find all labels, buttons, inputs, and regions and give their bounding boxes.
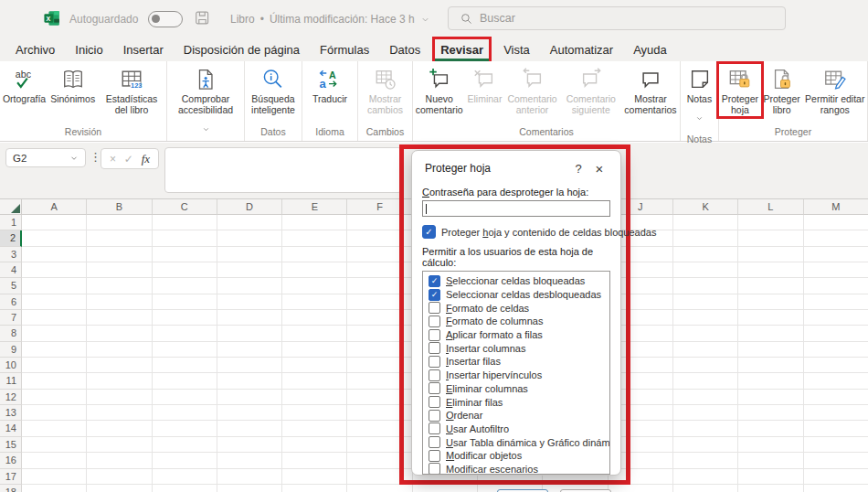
cell-l2[interactable] (738, 230, 803, 246)
formula-input[interactable] (164, 147, 402, 193)
checkbox-icon[interactable]: ✓ (429, 289, 440, 301)
cell-a8[interactable] (22, 326, 87, 341)
checkbox-icon[interactable] (429, 316, 440, 327)
cell-e12[interactable] (282, 390, 347, 405)
column-header-l[interactable]: L (738, 199, 803, 215)
cell-c2[interactable] (153, 230, 217, 246)
checkbox-icon[interactable]: ✓ (422, 225, 436, 239)
cell-c7[interactable] (153, 310, 217, 326)
permission-item-eliminar-filas[interactable]: Eliminar filas (423, 395, 609, 409)
cell-e17[interactable] (282, 469, 347, 485)
cell-f10[interactable] (347, 358, 412, 373)
cell-a11[interactable] (22, 373, 87, 389)
row-header-3[interactable]: 3 (0, 247, 22, 262)
cell-f4[interactable] (347, 262, 412, 278)
permission-item-aplicar-formato-a-filas[interactable]: Aplicar formato a filas (423, 328, 609, 342)
cell-e5[interactable] (282, 278, 347, 294)
cell-l14[interactable] (738, 421, 803, 436)
permission-item-insertar-filas[interactable]: Insertar filas (423, 355, 609, 369)
cell-c14[interactable] (153, 421, 217, 436)
proteger-libro-button[interactable]: Proteger libro (761, 64, 803, 116)
cell-a15[interactable] (22, 437, 87, 453)
row-header-5[interactable]: 5 (0, 278, 22, 294)
cell-c15[interactable] (153, 437, 217, 453)
checkbox-icon[interactable] (429, 302, 440, 314)
cell-l4[interactable] (738, 262, 803, 278)
tab-inicio[interactable]: Inicio (69, 39, 108, 61)
cell-b14[interactable] (87, 421, 152, 436)
cell-l7[interactable] (738, 310, 803, 326)
column-header-c[interactable]: C (153, 199, 217, 215)
cell-e13[interactable] (282, 405, 347, 421)
permissions-list[interactable]: ✓Seleccionar celdas bloqueadas✓Seleccion… (422, 271, 610, 475)
protect-contents-checkbox[interactable]: ✓Proteger hoja y contenido de celdas blo… (422, 225, 610, 239)
cell-d2[interactable] (217, 230, 282, 246)
cell-c6[interactable] (153, 294, 217, 310)
checkbox-icon[interactable] (429, 382, 440, 394)
row-header-10[interactable]: 10 (0, 358, 22, 373)
cell-e16[interactable] (282, 453, 347, 468)
save-icon[interactable] (194, 9, 211, 27)
accept-icon[interactable]: ✓ (124, 153, 133, 166)
cell-c5[interactable] (153, 278, 217, 294)
cell-f7[interactable] (347, 310, 412, 326)
column-header-a[interactable]: A (22, 199, 87, 215)
cell-j18[interactable] (609, 485, 673, 492)
checkbox-icon[interactable] (429, 410, 440, 422)
cell-m8[interactable] (804, 326, 868, 341)
cell-d4[interactable] (217, 262, 282, 278)
cell-l3[interactable] (738, 247, 803, 262)
permission-item-seleccionar-celdas-desbloqueadas[interactable]: ✓Seleccionar celdas desbloqueadas (423, 288, 609, 302)
column-header-e[interactable]: E (282, 199, 347, 215)
permission-item-formato-de-columnas[interactable]: Formato de columnas (423, 315, 609, 328)
cell-b4[interactable] (87, 262, 152, 278)
cell-b5[interactable] (87, 278, 152, 294)
cell-e15[interactable] (282, 437, 347, 453)
column-header-k[interactable]: K (673, 199, 738, 215)
cell-f15[interactable] (347, 437, 412, 453)
row-header-9[interactable]: 9 (0, 342, 22, 358)
cell-d1[interactable] (217, 215, 282, 230)
cell-b13[interactable] (87, 405, 152, 421)
cell-f18[interactable] (347, 485, 412, 492)
cell-d17[interactable] (217, 469, 282, 485)
cell-a18[interactable] (22, 485, 87, 492)
checkbox-icon[interactable] (429, 422, 440, 434)
cell-m10[interactable] (804, 358, 868, 373)
cell-c4[interactable] (153, 262, 217, 278)
cell-l5[interactable] (738, 278, 803, 294)
cell-m4[interactable] (804, 262, 868, 278)
column-header-m[interactable]: M (804, 199, 868, 215)
row-header-7[interactable]: 7 (0, 310, 22, 326)
cell-b9[interactable] (87, 342, 152, 358)
cell-k3[interactable] (673, 247, 738, 262)
checkbox-icon[interactable] (429, 369, 440, 381)
tab-automatizar[interactable]: Automatizar (545, 39, 619, 61)
permission-item-formato-de-celdas[interactable]: Formato de celdas (423, 301, 609, 315)
cell-m12[interactable] (804, 390, 868, 405)
cell-a13[interactable] (22, 405, 87, 421)
cell-l1[interactable] (738, 215, 803, 230)
cell-d9[interactable] (217, 342, 282, 358)
cell-a1[interactable] (22, 215, 87, 230)
cell-e14[interactable] (282, 421, 347, 436)
close-icon[interactable]: × (589, 161, 609, 176)
tab-ayuda[interactable]: Ayuda (628, 39, 672, 61)
cell-k1[interactable] (673, 215, 738, 230)
permission-item-seleccionar-celdas-bloqueadas[interactable]: ✓Seleccionar celdas bloqueadas (423, 274, 609, 288)
checkbox-icon[interactable] (429, 356, 440, 368)
cell-e10[interactable] (282, 358, 347, 373)
cell-d14[interactable] (217, 421, 282, 436)
cell-l15[interactable] (738, 437, 803, 453)
cell-a16[interactable] (22, 453, 87, 468)
cell-d8[interactable] (217, 326, 282, 341)
select-all-corner[interactable] (0, 199, 22, 215)
cell-k10[interactable] (673, 358, 738, 373)
cell-d6[interactable] (217, 294, 282, 310)
cell-c10[interactable] (153, 358, 217, 373)
column-header-b[interactable]: B (87, 199, 152, 215)
row-header-1[interactable]: 1 (0, 215, 22, 230)
cell-f13[interactable] (347, 405, 412, 421)
cell-l8[interactable] (738, 326, 803, 341)
cell-b17[interactable] (87, 469, 152, 485)
